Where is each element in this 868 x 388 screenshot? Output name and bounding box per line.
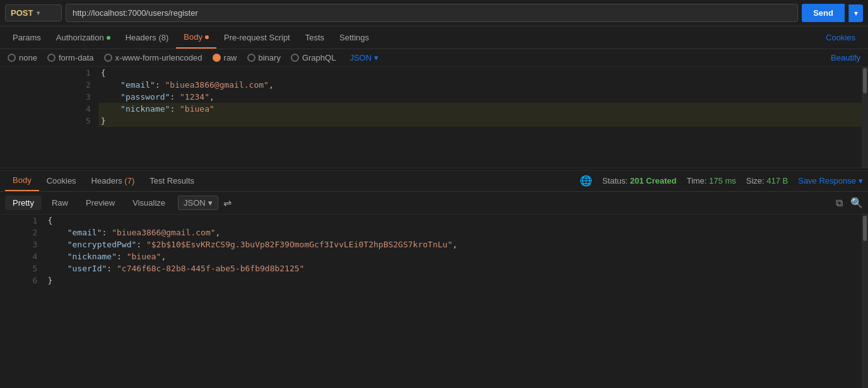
resp-json-label: JSON (184, 198, 206, 208)
params-tab-label: Params (13, 33, 41, 42)
body-type-graphql[interactable]: GraphQL (291, 53, 336, 62)
response-status-bar: 🌐 Status: 201 Created Time: 175 ms Size:… (580, 175, 863, 187)
json-format-chevron-icon: ▾ (374, 53, 378, 62)
radio-binary (247, 54, 255, 62)
tests-tab-label: Tests (305, 33, 324, 42)
headers-tab-label: Headers (8) (126, 33, 169, 42)
radio-none (8, 54, 16, 62)
tab-pre-request-script[interactable]: Pre-request Script (216, 27, 298, 48)
tab-params[interactable]: Params (5, 27, 49, 48)
resp-line-6: 6 } (0, 274, 868, 286)
response-section: Body Cookies Headers (7) Test Results 🌐 … (0, 170, 868, 388)
body-dot (205, 35, 209, 39)
response-body-editor: 1 { 2 "email": "biuea3866@gmail.com", 3 … (0, 215, 868, 388)
copy-icon[interactable]: ⧉ (836, 197, 843, 209)
pre-request-script-tab-label: Pre-request Script (224, 33, 290, 42)
authorization-dot (107, 36, 110, 40)
resp-json-format-select[interactable]: JSON ▾ (178, 196, 218, 210)
req-line-4: 4 "nickname": "biuea" (0, 103, 868, 115)
response-tabs-row: Body Cookies Headers (7) Test Results 🌐 … (0, 170, 868, 192)
resp-tab-cookies[interactable]: Cookies (39, 171, 84, 191)
method-select[interactable]: POST ▾ (5, 4, 62, 21)
radio-raw (213, 54, 221, 62)
request-tabs: Params Authorization Headers (8) Body Pr… (0, 26, 868, 49)
format-tabs-row: Pretty Raw Preview Visualize JSON ▾ ⇌ ⧉ … (0, 192, 868, 215)
json-format-select[interactable]: JSON ▾ (349, 53, 378, 62)
resp-cookies-label: Cookies (47, 176, 76, 185)
req-line-3: 3 "password": "1234", (0, 91, 868, 103)
status-label: Status: 201 Created (602, 176, 677, 185)
body-tab-label: Body (184, 32, 202, 42)
resp-tab-headers[interactable]: Headers (7) (84, 171, 143, 191)
method-chevron-icon: ▾ (37, 9, 56, 16)
format-tab-raw[interactable]: Raw (44, 196, 76, 210)
beautify-button[interactable]: Beautify (831, 53, 860, 62)
tab-settings[interactable]: Settings (332, 27, 377, 48)
response-code-lines: 1 { 2 "email": "biuea3866@gmail.com", 3 … (0, 215, 868, 286)
resp-line-4: 4 "nickname": "biuea", (0, 250, 868, 262)
body-type-none[interactable]: none (8, 53, 37, 62)
resp-line-3: 3 "encryptedPwd": "$2b$10$EsvKRzCS9g.3bu… (0, 238, 868, 250)
req-line-5: 5 } (0, 115, 868, 127)
request-body-editor[interactable]: 1 { 2 "email": "biuea3866@gmail.com", 3 … (0, 67, 868, 168)
radio-graphql (291, 54, 299, 62)
tab-headers[interactable]: Headers (8) (118, 27, 177, 48)
url-input[interactable] (66, 4, 798, 22)
authorization-tab-label: Authorization (56, 33, 104, 42)
json-format-label: JSON (349, 53, 372, 62)
resp-json-chevron-icon: ▾ (208, 198, 213, 208)
format-tab-pretty[interactable]: Pretty (5, 196, 42, 210)
radio-form-data (47, 54, 56, 62)
resp-body-label: Body (13, 175, 32, 185)
save-response-chevron-icon: ▾ (859, 176, 863, 185)
resp-line-5: 5 "userId": "c746f68c-82b8-445f-abe5-b6f… (0, 262, 868, 274)
body-types-bar: none form-data x-www-form-urlencoded raw… (0, 49, 868, 67)
save-response-button[interactable]: Save Response ▾ (798, 176, 863, 185)
method-label: POST (11, 8, 33, 18)
filter-icon[interactable]: ⇌ (223, 197, 232, 209)
send-dropdown-button[interactable]: ▾ (848, 4, 863, 22)
resp-test-results-label: Test Results (150, 176, 194, 185)
resp-editor-scrollbar[interactable] (862, 215, 868, 388)
cookies-label: Cookies (826, 33, 855, 42)
resp-tab-test-results[interactable]: Test Results (142, 171, 202, 191)
req-line-2: 2 "email": "biuea3866@gmail.com", (0, 79, 868, 91)
search-icon[interactable]: 🔍 (850, 197, 863, 209)
save-response-label: Save Response (798, 176, 856, 185)
resp-scrollbar-thumb (863, 216, 867, 241)
time-label: Time: 175 ms (686, 176, 736, 185)
tab-tests[interactable]: Tests (298, 27, 332, 48)
body-type-raw[interactable]: raw (213, 53, 237, 62)
resp-headers-label: Headers (7) (91, 176, 135, 185)
req-scrollbar-thumb (863, 68, 867, 93)
resp-line-2: 2 "email": "biuea3866@gmail.com", (0, 226, 868, 238)
resp-line-1: 1 { (0, 215, 868, 226)
format-tab-preview[interactable]: Preview (78, 196, 122, 210)
top-bar: POST ▾ Send ▾ (0, 0, 868, 26)
send-button[interactable]: Send (802, 4, 845, 22)
body-type-form-data[interactable]: form-data (47, 53, 94, 62)
globe-icon: 🌐 (580, 175, 592, 187)
body-type-binary[interactable]: binary (247, 53, 281, 62)
tab-authorization[interactable]: Authorization (49, 27, 118, 48)
tab-body[interactable]: Body (176, 26, 216, 49)
request-code-lines: 1 { 2 "email": "biuea3866@gmail.com", 3 … (0, 67, 868, 127)
format-tab-visualize[interactable]: Visualize (125, 196, 173, 210)
radio-urlencoded (104, 54, 112, 62)
settings-tab-label: Settings (339, 33, 369, 42)
req-line-1: 1 { (0, 67, 868, 79)
resp-tab-body[interactable]: Body (5, 170, 39, 191)
req-editor-scrollbar[interactable] (862, 67, 868, 168)
cookies-link[interactable]: Cookies (818, 27, 863, 48)
body-type-urlencoded[interactable]: x-www-form-urlencoded (104, 53, 202, 62)
size-label: Size: 417 B (746, 176, 789, 185)
